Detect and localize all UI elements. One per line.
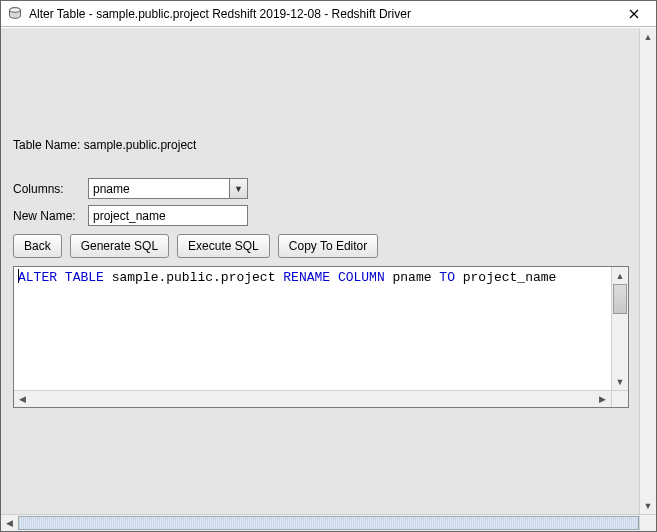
scroll-up-icon[interactable]: ▲ bbox=[640, 28, 656, 45]
execute-sql-button[interactable]: Execute SQL bbox=[177, 234, 270, 258]
back-button[interactable]: Back bbox=[13, 234, 62, 258]
database-icon bbox=[7, 6, 23, 22]
scroll-corner bbox=[639, 514, 656, 531]
generate-sql-button[interactable]: Generate SQL bbox=[70, 234, 169, 258]
columns-combo[interactable]: pname ▼ bbox=[88, 178, 248, 199]
svg-point-1 bbox=[10, 7, 21, 12]
copy-to-editor-button[interactable]: Copy To Editor bbox=[278, 234, 379, 258]
button-row: Back Generate SQL Execute SQL Copy To Ed… bbox=[13, 234, 629, 258]
scroll-down-icon[interactable]: ▼ bbox=[640, 497, 656, 514]
sql-text[interactable]: ALTER TABLE sample.public.project RENAME… bbox=[14, 267, 611, 390]
scroll-corner bbox=[611, 390, 628, 407]
table-name-label: Table Name: bbox=[13, 138, 80, 152]
scroll-down-icon[interactable]: ▼ bbox=[612, 373, 628, 390]
outer-horizontal-scrollbar[interactable]: ◀ ▶ bbox=[1, 514, 656, 531]
client-area: Table Name: sample.public.project Column… bbox=[1, 27, 656, 531]
outer-vertical-scrollbar[interactable]: ▲ ▼ bbox=[639, 28, 656, 514]
scroll-thumb[interactable] bbox=[18, 516, 639, 530]
scroll-right-icon[interactable]: ▶ bbox=[594, 391, 611, 407]
content-panel: Table Name: sample.public.project Column… bbox=[1, 28, 639, 514]
columns-selected: pname bbox=[93, 182, 130, 196]
columns-label: Columns: bbox=[13, 182, 88, 196]
sql-horizontal-scrollbar[interactable]: ◀ ▶ bbox=[14, 390, 611, 407]
chevron-down-icon[interactable]: ▼ bbox=[229, 179, 247, 198]
close-button[interactable] bbox=[614, 2, 654, 26]
sql-vertical-scrollbar[interactable]: ▲ ▼ bbox=[611, 267, 628, 390]
new-name-label: New Name: bbox=[13, 209, 88, 223]
scroll-up-icon[interactable]: ▲ bbox=[612, 267, 628, 284]
table-name-value: sample.public.project bbox=[84, 138, 197, 152]
titlebar[interactable]: Alter Table - sample.public.project Reds… bbox=[1, 1, 656, 27]
scroll-thumb[interactable] bbox=[613, 284, 627, 314]
new-name-input[interactable] bbox=[88, 205, 248, 226]
window-title: Alter Table - sample.public.project Reds… bbox=[29, 7, 614, 21]
scroll-left-icon[interactable]: ◀ bbox=[14, 391, 31, 407]
table-name-row: Table Name: sample.public.project bbox=[13, 138, 629, 152]
scroll-left-icon[interactable]: ◀ bbox=[1, 515, 18, 531]
sql-output-panel: ALTER TABLE sample.public.project RENAME… bbox=[13, 266, 629, 408]
